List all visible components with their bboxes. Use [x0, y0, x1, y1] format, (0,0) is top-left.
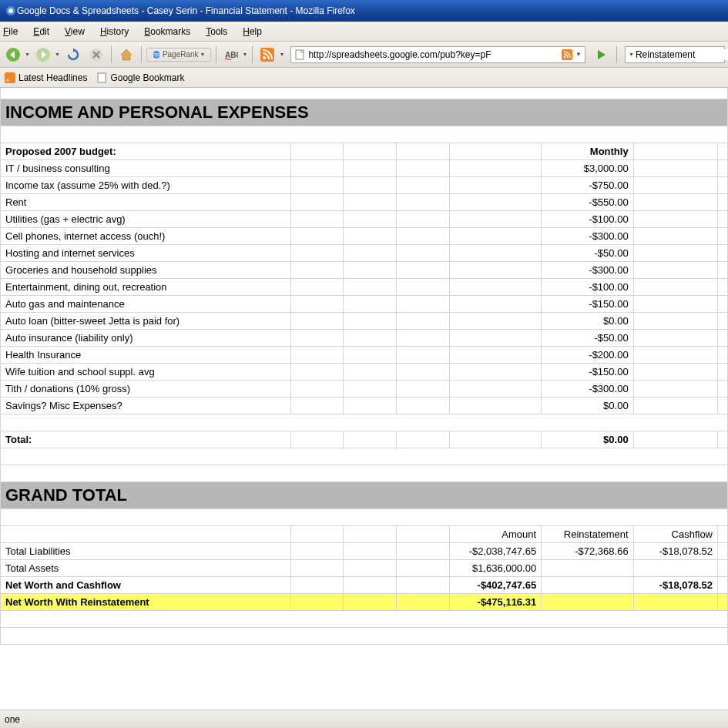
row-reinstatement: -$72,368.66 [542, 542, 633, 559]
menu-bookmarks[interactable]: Bookmarks [136, 24, 198, 39]
window-titlebar: Google Docs & Spreadsheets - Casey Serin… [0, 0, 728, 22]
menu-edit[interactable]: Edit [25, 24, 57, 39]
forward-button[interactable] [33, 45, 53, 65]
section-header-income: INCOME AND PERSONAL EXPENSES [1, 99, 728, 126]
row-value: -$50.00 [542, 244, 633, 261]
row-value: -$300.00 [542, 227, 633, 244]
budget-row[interactable]: Health Insurance-$200.00 [1, 346, 728, 363]
window-title: Google Docs & Spreadsheets - Casey Serin… [17, 5, 355, 16]
spellcheck-button[interactable]: ABC [221, 45, 241, 65]
row-label: IT / business consulting [1, 159, 291, 176]
budget-row[interactable]: Savings? Misc Expenses?$0.00 [1, 397, 728, 414]
back-dropdown[interactable]: ▼ [25, 52, 30, 57]
row-value: -$150.00 [542, 295, 633, 312]
row-value: -$50.00 [542, 329, 633, 346]
row-label: Utilities (gas + electric avg) [1, 210, 291, 227]
search-engine-dropdown[interactable]: ▼ [629, 52, 634, 57]
url-input[interactable] [308, 49, 559, 60]
networth-rein-amount: -$475,116.31 [449, 593, 542, 610]
rss-dropdown[interactable]: ▼ [279, 52, 284, 57]
budget-header: Proposed 2007 budget: [1, 143, 291, 159]
budget-row[interactable]: Utilities (gas + electric avg)-$100.00 [1, 210, 728, 227]
row-amount: -$2,038,747.65 [449, 542, 542, 559]
budget-row[interactable]: Income tax (assume 25% with ded.?)-$750.… [1, 176, 728, 193]
search-bar[interactable]: G ▼ [625, 46, 725, 63]
networth-cashflow: -$18,078.52 [633, 576, 717, 593]
budget-row[interactable]: Hosting and internet services-$50.00 [1, 244, 728, 261]
app-icon [5, 5, 17, 17]
rss-button[interactable] [257, 45, 277, 65]
status-bar: one [0, 710, 728, 728]
row-label: Health Insurance [1, 346, 291, 363]
budget-row[interactable]: Cell phones, internet access (ouch!)-$30… [1, 227, 728, 244]
budget-row[interactable]: Entertainment, dining out, recreation-$1… [1, 278, 728, 295]
svg-rect-16 [98, 73, 106, 82]
pagerank-icon: PR [152, 50, 161, 59]
svg-rect-10 [296, 50, 304, 59]
spell-dropdown[interactable]: ▼ [243, 52, 248, 57]
row-label: Auto insurance (liability only) [1, 329, 291, 346]
pagerank-label: PageRank [163, 50, 199, 59]
reload-button[interactable] [63, 45, 83, 65]
row-value: -$150.00 [542, 363, 633, 380]
budget-row[interactable]: IT / business consulting$3,000.00 [1, 159, 728, 176]
grand-row[interactable]: Total Liabilities-$2,038,747.65-$72,368.… [1, 542, 728, 559]
bookmark-latest-headlines[interactable]: Latest Headlines [5, 72, 87, 83]
menu-help[interactable]: Help [235, 24, 270, 39]
grand-row[interactable]: Total Assets$1,636,000.00 [1, 559, 728, 576]
budget-row[interactable]: Wife tuition and school suppl. avg-$150.… [1, 363, 728, 380]
row-label: Auto loan (bitter-sweet Jetta is paid fo… [1, 312, 291, 329]
home-button[interactable] [116, 45, 136, 65]
back-button[interactable] [3, 45, 23, 65]
menu-tools[interactable]: Tools [198, 24, 235, 39]
page-icon [96, 72, 107, 83]
bookmark-google[interactable]: Google Bookmark [96, 72, 184, 83]
row-label: Wife tuition and school suppl. avg [1, 363, 291, 380]
row-value: -$200.00 [542, 346, 633, 363]
row-value: -$100.00 [542, 278, 633, 295]
content-area[interactable]: INCOME AND PERSONAL EXPENSES Proposed 20… [0, 88, 728, 708]
pagerank-button[interactable]: PR PageRank ▼ [146, 48, 211, 62]
rss-icon [5, 72, 15, 83]
svg-text:ABC: ABC [225, 51, 238, 59]
bookmark-label: Latest Headlines [18, 72, 87, 83]
rss-url-icon[interactable] [562, 49, 572, 60]
spreadsheet[interactable]: INCOME AND PERSONAL EXPENSES Proposed 20… [0, 88, 728, 645]
budget-row[interactable]: Rent-$550.00 [1, 193, 728, 210]
separator [141, 46, 142, 63]
url-dropdown[interactable]: ▼ [575, 51, 582, 58]
budget-row[interactable]: Groceries and household supplies-$300.00 [1, 261, 728, 278]
networth-rein-label: Net Worth With Reinstatement [1, 593, 291, 610]
budget-row[interactable]: Auto loan (bitter-sweet Jetta is paid fo… [1, 312, 728, 329]
row-label: Cell phones, internet access (ouch!) [1, 227, 291, 244]
row-value: $3,000.00 [542, 159, 633, 176]
row-label: Income tax (assume 25% with ded.?) [1, 176, 291, 193]
search-input[interactable] [636, 49, 728, 60]
networth-label: Net Worth and Cashflow [1, 576, 291, 593]
budget-row[interactable]: Tith / donations (10% gross)-$300.00 [1, 380, 728, 397]
row-value: -$100.00 [542, 210, 633, 227]
separator [111, 46, 112, 63]
go-button[interactable] [592, 45, 612, 65]
svg-point-9 [263, 56, 266, 59]
budget-row[interactable]: Auto gas and maintenance-$150.00 [1, 295, 728, 312]
row-value: -$300.00 [542, 380, 633, 397]
menu-view[interactable]: View [57, 24, 92, 39]
menu-file[interactable]: File [0, 24, 25, 39]
menubar: File Edit View History Bookmarks Tools H… [0, 22, 728, 42]
row-value: $0.00 [542, 312, 633, 329]
row-label: Total Liabilities [1, 542, 291, 559]
row-label: Groceries and household supplies [1, 261, 291, 278]
stop-button[interactable] [86, 45, 106, 65]
svg-point-1 [8, 8, 13, 13]
url-bar[interactable]: ▼ [290, 46, 585, 63]
bookmarks-bar: Latest Headlines Google Bookmark [0, 68, 728, 88]
budget-row[interactable]: Auto insurance (liability only)-$50.00 [1, 329, 728, 346]
separator [616, 46, 617, 63]
monthly-header: Monthly [542, 143, 633, 159]
row-value: $0.00 [542, 397, 633, 414]
row-label: Auto gas and maintenance [1, 295, 291, 312]
forward-dropdown[interactable]: ▼ [55, 52, 60, 57]
svg-rect-14 [5, 72, 15, 83]
menu-history[interactable]: History [92, 24, 136, 39]
